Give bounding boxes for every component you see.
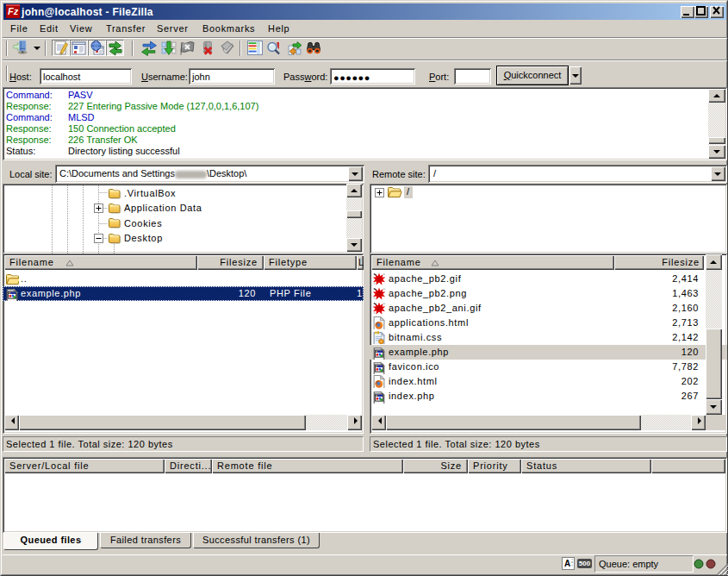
svg-text:Fz: Fz [8,6,19,16]
